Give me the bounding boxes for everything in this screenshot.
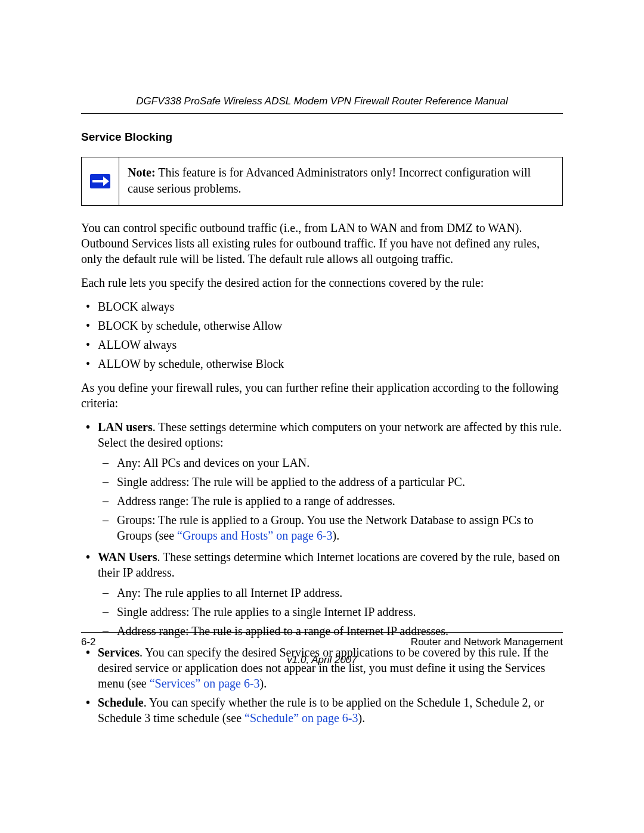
list-item: BLOCK always xyxy=(98,299,563,314)
list-item: Any: All PCs and devices on your LAN. xyxy=(117,455,563,470)
list-item: ALLOW by schedule, otherwise Block xyxy=(98,356,563,371)
term-schedule: Schedule xyxy=(98,696,144,709)
document-page: DGFV338 ProSafe Wireless ADSL Modem VPN … xyxy=(0,0,644,833)
list-item: Single address: The rule applies to a si… xyxy=(117,604,563,620)
list-item: Single address: The rule will be applied… xyxy=(117,474,563,490)
list-item: Groups: The rule is applied to a Group. … xyxy=(117,512,563,543)
criteria-list: LAN users. These settings determine whic… xyxy=(81,419,563,726)
paragraph-rule-lead: Each rule lets you specify the desired a… xyxy=(81,275,563,290)
arrow-right-icon xyxy=(90,174,110,188)
paragraph-intro: You can control specific outbound traffi… xyxy=(81,220,563,267)
groups-text-post: ). xyxy=(333,529,340,542)
services-text-post: ). xyxy=(260,677,267,690)
note-body: This feature is for Advanced Administrat… xyxy=(128,166,531,195)
note-box: Note: This feature is for Advanced Admin… xyxy=(81,157,563,206)
actions-list: BLOCK always BLOCK by schedule, otherwis… xyxy=(81,299,563,371)
svg-marker-1 xyxy=(103,176,109,186)
term-lan-users: LAN users xyxy=(98,420,153,433)
criteria-schedule: Schedule. You can specify whether the ru… xyxy=(98,695,563,726)
note-label: Note: xyxy=(128,166,156,179)
list-item: Address range: The rule is applied to a … xyxy=(117,493,563,509)
paragraph-refine-lead: As you define your firewall rules, you c… xyxy=(81,380,563,411)
page-footer: 6-2 Router and Network Management v1.0, … xyxy=(81,632,563,666)
footer-section-name: Router and Network Management xyxy=(411,636,563,648)
page-number: 6-2 xyxy=(81,636,96,648)
note-text: Note: This feature is for Advanced Admin… xyxy=(119,157,562,205)
criteria-lan: LAN users. These settings determine whic… xyxy=(98,419,563,543)
footer-version: v1.0, April 2007 xyxy=(81,654,563,666)
list-item: BLOCK by schedule, otherwise Allow xyxy=(98,318,563,333)
list-item: Any: The rule applies to all Internet IP… xyxy=(117,585,563,600)
lan-options: Any: All PCs and devices on your LAN. Si… xyxy=(98,455,563,543)
link-schedule[interactable]: “Schedule” on page 6-3 xyxy=(244,711,358,724)
section-heading: Service Blocking xyxy=(81,131,563,144)
link-groups-and-hosts[interactable]: “Groups and Hosts” on page 6-3 xyxy=(177,529,333,542)
note-icon-cell xyxy=(82,157,119,205)
wan-options: Any: The rule applies to all Internet IP… xyxy=(98,585,563,639)
desc-wan-users: . These settings determine which Interne… xyxy=(98,550,560,579)
footer-rule xyxy=(81,632,563,633)
criteria-wan: WAN Users. These settings determine whic… xyxy=(98,549,563,639)
term-wan-users: WAN Users xyxy=(98,550,157,563)
footer-row: 6-2 Router and Network Management xyxy=(81,636,563,648)
desc-lan-users: . These settings determine which compute… xyxy=(98,420,562,449)
running-header: DGFV338 ProSafe Wireless ADSL Modem VPN … xyxy=(81,95,563,114)
schedule-text-post: ). xyxy=(358,711,366,724)
list-item: ALLOW always xyxy=(98,337,563,352)
link-services[interactable]: “Services” on page 6-3 xyxy=(150,677,260,690)
